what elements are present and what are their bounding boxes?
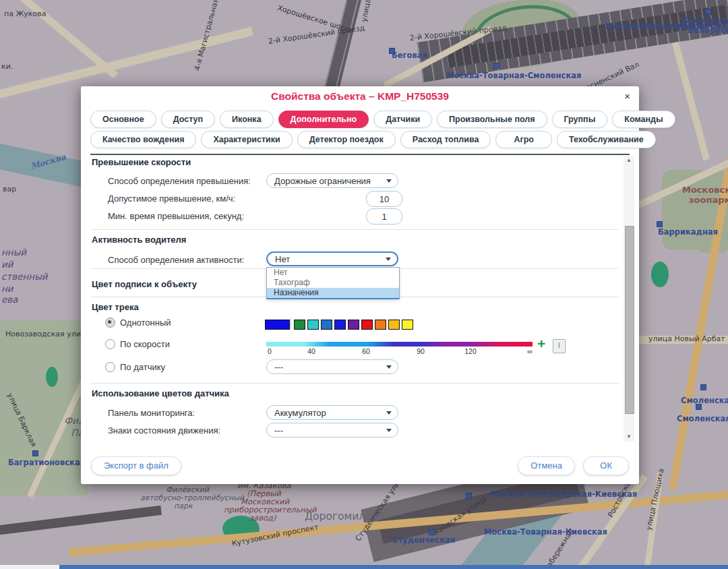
speed-tick: 120 — [464, 347, 477, 355]
tab-trip-detector[interactable]: Детектор поездок — [297, 131, 396, 148]
motion-signs-label: Знаки состояния движения: — [108, 425, 220, 436]
tab-custom-fields[interactable]: Произвольные поля — [437, 111, 547, 128]
dialog-scrollbar[interactable]: ▲ ▼ — [624, 156, 634, 442]
track-color-swatch[interactable] — [348, 320, 359, 330]
dropdown-option[interactable]: Тахограф — [267, 278, 399, 288]
screen: па Жуковаки.4-я Магистральная улицаулица… — [0, 0, 728, 569]
swatch-divider — [291, 318, 291, 330]
activity-method-value: Нет — [275, 254, 290, 264]
track-color-swatch[interactable] — [294, 320, 305, 330]
dropdown-option[interactable]: Назначения — [267, 288, 399, 298]
speeding-method-value: Дорожные ограничения — [274, 176, 371, 186]
tab-maintenance[interactable]: Техобслуживание — [557, 131, 656, 148]
min-time-input[interactable] — [366, 208, 402, 224]
track-color-swatch[interactable] — [307, 320, 319, 330]
tab-icon[interactable]: Иконка — [220, 111, 273, 128]
tab-sensors[interactable]: Датчики — [373, 111, 432, 128]
tab-agro[interactable]: Агро — [495, 131, 552, 148]
dropdown-option[interactable]: Нет — [267, 268, 399, 278]
chevron-down-icon — [386, 429, 392, 432]
track-color-palette — [294, 320, 413, 330]
track-by-speed-label: По скорости — [120, 339, 170, 349]
track-by-sensor-radio[interactable] — [105, 362, 115, 372]
track-color-swatch[interactable] — [361, 320, 373, 330]
chevron-down-icon — [386, 411, 392, 415]
activity-method-select[interactable]: Нет — [266, 251, 398, 266]
tab-row-1: Основное Доступ Иконка Дополнительно Дат… — [90, 111, 675, 128]
tab-commands[interactable]: Команды — [612, 111, 675, 128]
scrollbar-thumb[interactable] — [625, 226, 634, 414]
speeding-method-select[interactable]: Дорожные ограничения — [266, 173, 398, 188]
section-speeding-header: Превышение скорости — [92, 157, 191, 167]
track-mono-radio[interactable] — [105, 318, 115, 328]
track-sensor-select[interactable]: --- — [266, 359, 398, 374]
export-to-file-button[interactable]: Экспорт в файл — [91, 456, 181, 475]
tab-advanced[interactable]: Дополнительно — [278, 111, 369, 128]
cancel-button[interactable]: Отмена — [518, 456, 575, 475]
speed-tick: 90 — [417, 347, 425, 355]
track-color-swatch[interactable] — [334, 320, 346, 330]
allowed-speeding-label: Допустимое превышение, км/ч: — [108, 193, 235, 204]
section-divider — [90, 229, 619, 230]
section-label-color-header: Цвет подписи к объекту — [92, 279, 197, 289]
tab-characteristics[interactable]: Характеристики — [201, 131, 292, 148]
tab-separator — [90, 154, 630, 155]
monitoring-panel-label: Панель мониторинга: — [108, 408, 195, 418]
track-sensor-value: --- — [274, 362, 283, 372]
chevron-down-icon — [386, 365, 392, 369]
section-sensor-colors-header: Использование цветов датчика — [92, 388, 229, 398]
chevron-down-icon — [386, 179, 392, 183]
activity-method-label: Способ определения активности: — [108, 255, 244, 265]
track-color-swatch[interactable] — [402, 320, 413, 330]
track-by-speed-radio[interactable] — [105, 339, 115, 349]
speeding-method-label: Способ определения превышения: — [108, 176, 251, 186]
section-divider — [90, 383, 619, 384]
dialog-content: Превышение скорости Способ определения п… — [90, 156, 619, 442]
speed-tick: ∞ — [527, 347, 533, 355]
motion-signs-value: --- — [274, 425, 283, 436]
min-time-label: Мин. время превышения, секунд: — [108, 211, 244, 221]
section-track-color-header: Цвет трека — [92, 302, 139, 312]
bottom-panel-left — [0, 565, 59, 569]
track-color-swatch[interactable] — [321, 320, 332, 330]
monitoring-panel-value: Аккумулятор — [274, 408, 326, 418]
tab-groups[interactable]: Группы — [552, 111, 608, 128]
object-properties-dialog: Свойства объекта – KMP_H750539 × Основно… — [81, 86, 639, 484]
speed-tick: 40 — [307, 347, 315, 355]
section-driver-activity-header: Активность водителя — [92, 235, 186, 245]
speed-tick: 60 — [362, 347, 370, 355]
track-color-swatch[interactable] — [388, 320, 400, 330]
dialog-title: Свойства объекта – KMP_H750539 — [81, 90, 639, 102]
motion-signs-select[interactable]: --- — [266, 423, 398, 438]
track-mono-label: Однотонный — [120, 318, 171, 328]
track-by-sensor-label: По датчику — [120, 362, 165, 372]
speed-tick: 0 — [268, 347, 272, 355]
tab-fuel-consumption[interactable]: Расход топлива — [400, 131, 491, 148]
close-icon[interactable]: × — [624, 91, 630, 101]
speed-gradient-bar — [266, 342, 533, 347]
ok-button[interactable]: ОК — [583, 456, 629, 475]
activity-dropdown-list: НетТахографНазначения — [266, 267, 400, 299]
scrollbar-up-arrow-icon[interactable]: ▲ — [624, 156, 634, 165]
speed-scale-ticks: 0406090120∞ — [266, 347, 533, 355]
tab-access[interactable]: Доступ — [161, 111, 215, 128]
tab-driving-quality[interactable]: Качество вождения — [90, 131, 196, 148]
scrollbar-down-arrow-icon[interactable]: ▼ — [624, 432, 634, 442]
add-interval-button[interactable]: + — [537, 336, 545, 351]
tab-row-2: Качество вождения Характеристики Детекто… — [90, 131, 656, 148]
chevron-down-icon — [386, 258, 391, 261]
allowed-speeding-input[interactable] — [366, 191, 402, 207]
edit-intervals-button[interactable]: I — [553, 339, 566, 353]
track-main-color-swatch[interactable] — [265, 320, 290, 330]
tab-main[interactable]: Основное — [90, 111, 156, 128]
track-color-swatch[interactable] — [375, 320, 386, 330]
monitoring-panel-select[interactable]: Аккумулятор — [266, 405, 398, 420]
bottom-panel-bar — [59, 565, 728, 569]
